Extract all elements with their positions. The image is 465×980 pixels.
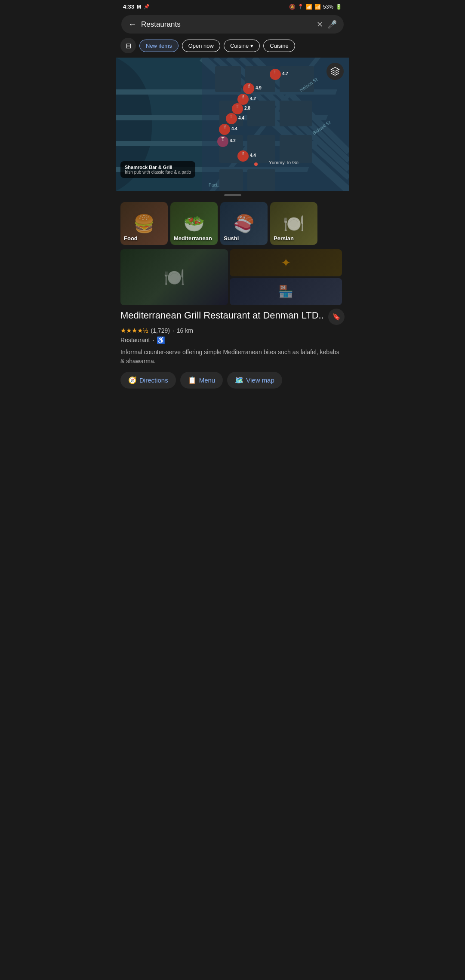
- star-rating: ★★★★½: [120, 327, 148, 334]
- svg-text:🍴: 🍴: [241, 95, 245, 98]
- accessibility-icon: ♿: [157, 336, 165, 344]
- restaurant-description: Informal counter-serve offering simple M…: [120, 348, 345, 366]
- directions-label: Directions: [139, 377, 168, 384]
- svg-text:🍴: 🍴: [247, 84, 251, 88]
- interior-icon: 🍽️: [163, 267, 185, 288]
- filter-new-items[interactable]: New items: [139, 40, 179, 52]
- status-bar: 4:33 M 📌 🔕 📍 📶 📶 53% 🔋: [116, 0, 349, 12]
- svg-text:4.4: 4.4: [250, 153, 256, 158]
- map-place-description: Irish pub with classic fare & a patio: [125, 170, 191, 175]
- filter-open-now[interactable]: Open now: [182, 40, 220, 52]
- svg-text:4.4: 4.4: [238, 116, 244, 120]
- restaurant-type-row: Restaurant · ♿: [120, 336, 345, 344]
- gmail-icon: M: [137, 4, 141, 10]
- separator-dot: ·: [152, 337, 154, 343]
- svg-text:🍴: 🍴: [241, 151, 245, 155]
- cuisine-sushi[interactable]: 🍣 Sushi: [220, 202, 268, 245]
- save-button[interactable]: 🔖: [328, 309, 345, 325]
- distance: 16 km: [177, 327, 193, 334]
- cuisine-scroll: 🍔 Food 🥗 Mediterranean 🍣 Sushi 🍽️ Persia…: [116, 199, 349, 249]
- map-place-card: Shamrock Bar & Grill Irish pub with clas…: [120, 161, 195, 178]
- svg-text:4.9: 4.9: [256, 86, 262, 90]
- chevron-down-icon: ▾: [250, 43, 253, 49]
- cuisine-fastfood[interactable]: 🍔 Food: [120, 202, 168, 245]
- signal-icon: 📶: [314, 4, 321, 10]
- battery-text: 53%: [323, 4, 333, 10]
- svg-text:🍸: 🍸: [221, 136, 225, 141]
- cuisine-persian-emoji: 🍽️: [283, 214, 305, 234]
- svg-text:4.7: 4.7: [282, 71, 288, 76]
- directions-icon: 🧭: [128, 376, 137, 384]
- svg-rect-12: [215, 66, 241, 92]
- cuisine-fastfood-label: Food: [124, 235, 138, 242]
- svg-text:Paci...: Paci...: [209, 183, 221, 187]
- restaurant-meta: ★★★★½ (1,729) · 16 km: [120, 327, 345, 334]
- menu-icon: 📋: [188, 376, 197, 384]
- filter-cuisine-1-label: Cuisine: [230, 43, 249, 49]
- svg-text:4.2: 4.2: [230, 138, 236, 143]
- light-icon: ✦: [281, 256, 291, 270]
- exterior-icon: 🏪: [278, 285, 293, 299]
- svg-text:🍴: 🍴: [236, 104, 240, 108]
- cuisine-mediterranean[interactable]: 🥗 Mediterranean: [170, 202, 218, 245]
- search-query[interactable]: Restaurants: [141, 20, 312, 29]
- map-container[interactable]: Nelson St Bidwell St Paci... 🍴 4.7 🍴 4.9…: [116, 58, 349, 191]
- cuisine-sushi-label: Sushi: [224, 235, 239, 242]
- restaurant-type: Restaurant: [120, 337, 150, 343]
- back-button[interactable]: ←: [128, 19, 137, 29]
- restaurant-section: 🍽️ ✦ 🏪 Mediterranean Grill Restaurant at…: [116, 249, 349, 389]
- view-map-button[interactable]: 🗺️ View map: [227, 372, 282, 389]
- cuisine-sushi-emoji: 🍣: [233, 214, 255, 234]
- directions-button[interactable]: 🧭 Directions: [120, 372, 176, 389]
- svg-rect-19: [247, 135, 275, 163]
- svg-text:🍴: 🍴: [274, 70, 277, 74]
- action-buttons: 🧭 Directions 📋 Menu 🗺️ View map: [120, 372, 345, 389]
- view-map-icon: 🗺️: [235, 376, 243, 384]
- filter-cuisine-2-label: Cuisine: [270, 43, 288, 49]
- filter-new-items-label: New items: [146, 43, 172, 49]
- svg-rect-22: [247, 169, 275, 191]
- svg-rect-16: [247, 101, 275, 126]
- filter-row: ⊟ New items Open now Cuisine ▾ Cuisine: [116, 38, 349, 58]
- menu-button[interactable]: 📋 Menu: [180, 372, 223, 389]
- filter-tune-button[interactable]: ⊟: [120, 38, 136, 53]
- status-right: 🔕 📍 📶 📶 53% 🔋: [289, 4, 342, 10]
- filter-cuisine-2[interactable]: Cuisine: [263, 40, 295, 52]
- svg-text:4.4: 4.4: [231, 126, 237, 131]
- drag-handle[interactable]: [224, 194, 241, 196]
- location-icon: 📍: [298, 4, 304, 9]
- map-layer-button[interactable]: [326, 63, 344, 80]
- mic-icon[interactable]: 🎤: [327, 20, 337, 29]
- restaurant-image-light: ✦: [230, 249, 342, 276]
- svg-text:Yummy To Go: Yummy To Go: [269, 160, 299, 165]
- restaurant-image-interior: 🍽️: [120, 249, 228, 305]
- restaurant-image-exterior: 🏪: [230, 278, 342, 305]
- view-map-label: View map: [246, 377, 274, 384]
- restaurant-name: Mediterranean Grill Restaurant at Denman…: [120, 309, 345, 322]
- status-left: 4:33 M 📌: [123, 3, 150, 10]
- clear-icon[interactable]: ✕: [317, 20, 323, 29]
- svg-point-51: [254, 162, 258, 166]
- cuisine-fastfood-emoji: 🍔: [133, 214, 155, 234]
- svg-text:2.8: 2.8: [244, 106, 250, 110]
- svg-rect-20: [280, 135, 312, 163]
- cuisine-mediterranean-emoji: 🥗: [183, 214, 205, 234]
- bookmark-icon: 🔖: [332, 312, 341, 321]
- wifi-icon: 📶: [306, 4, 312, 10]
- cuisine-persian[interactable]: 🍽️ Persian: [270, 202, 317, 245]
- mute-icon: 🔕: [289, 4, 296, 10]
- search-bar[interactable]: ← Restaurants ✕ 🎤: [121, 15, 344, 34]
- menu-label: Menu: [199, 377, 216, 384]
- filter-cuisine-1[interactable]: Cuisine ▾: [224, 40, 260, 52]
- restaurant-images: 🍽️ ✦ 🏪: [120, 249, 345, 305]
- battery-icon: 🔋: [336, 4, 342, 10]
- time: 4:33: [123, 3, 134, 10]
- pin-icon: 📌: [144, 4, 150, 9]
- svg-rect-21: [219, 169, 243, 191]
- separator: ·: [172, 327, 174, 334]
- tune-icon: ⊟: [126, 42, 131, 50]
- cuisine-mediterranean-label: Mediterranean: [174, 235, 212, 242]
- svg-text:🍴: 🍴: [230, 114, 234, 118]
- svg-rect-14: [280, 66, 314, 92]
- restaurant-title-row: Mediterranean Grill Restaurant at Denman…: [120, 309, 345, 324]
